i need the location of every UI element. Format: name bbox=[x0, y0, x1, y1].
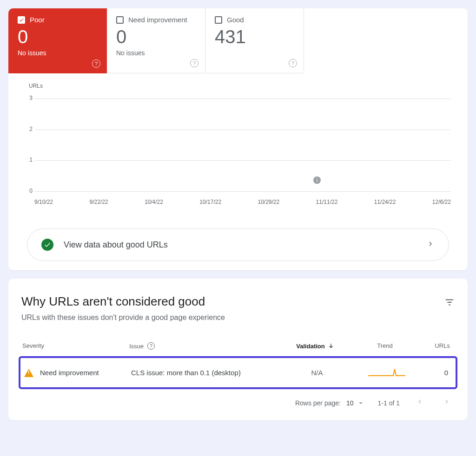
col-trend[interactable]: Trend bbox=[348, 342, 422, 350]
summary-card-poor[interactable]: Poor 0 No issues ? bbox=[8, 8, 107, 73]
x-tick: 9/22/22 bbox=[89, 199, 108, 205]
help-icon[interactable]: ? bbox=[190, 59, 198, 67]
check-circle-icon bbox=[41, 239, 53, 251]
x-tick: 11/24/22 bbox=[374, 199, 396, 205]
col-issue[interactable]: Issue ? bbox=[129, 342, 283, 350]
checkbox-empty-icon bbox=[116, 16, 124, 24]
x-tick: 10/17/22 bbox=[199, 199, 221, 205]
help-icon[interactable]: ? bbox=[289, 59, 297, 67]
summary-sub: No issues bbox=[18, 49, 98, 57]
issues-subtitle: URLs with these issues don't provide a g… bbox=[21, 313, 225, 322]
y-tick: 0 bbox=[20, 188, 33, 194]
status-chart-card: Poor 0 No issues ? Need improvement 0 No… bbox=[8, 8, 468, 270]
y-tick: 2 bbox=[20, 126, 33, 132]
issues-title: Why URLs aren't considered good bbox=[21, 294, 225, 309]
summary-value: 0 bbox=[116, 26, 196, 47]
x-tick: 11/11/22 bbox=[316, 199, 338, 205]
x-tick: 9/10/22 bbox=[34, 199, 53, 205]
highlighted-issue-row: Need improvement CLS issue: more than 0.… bbox=[19, 356, 457, 389]
dropdown-icon bbox=[357, 399, 365, 407]
chart: 3 2 1 0 i 9/10/22 9/22/22 10/4/22 10/17/… bbox=[16, 89, 460, 215]
summary-label: Good bbox=[227, 16, 244, 24]
checkbox-empty-icon bbox=[215, 16, 222, 24]
pager-next[interactable] bbox=[440, 397, 454, 408]
issues-table-head: Severity Issue ? Validation Trend URLs bbox=[8, 322, 468, 356]
summary-row: Poor 0 No issues ? Need improvement 0 No… bbox=[8, 8, 468, 73]
x-ticks: 9/10/22 9/22/22 10/4/22 10/17/22 10/29/2… bbox=[34, 199, 451, 205]
y-tick: 1 bbox=[20, 156, 33, 163]
summary-card-good[interactable]: Good 431 ? bbox=[205, 8, 304, 73]
chart-y-label: URLs bbox=[29, 83, 460, 89]
issue-url-count: 0 bbox=[424, 369, 452, 377]
view-good-urls-label: View data about good URLs bbox=[64, 240, 168, 250]
x-tick: 12/6/22 bbox=[432, 199, 451, 205]
info-marker-icon[interactable]: i bbox=[313, 176, 321, 184]
view-good-urls-button[interactable]: View data about good URLs bbox=[27, 228, 449, 261]
pager-prev[interactable] bbox=[413, 397, 427, 408]
chevron-right-icon bbox=[426, 240, 435, 250]
help-icon[interactable]: ? bbox=[147, 342, 155, 350]
summary-value: 0 bbox=[18, 26, 98, 47]
summary-sub: No issues bbox=[116, 49, 196, 57]
issues-card: Why URLs aren't considered good URLs wit… bbox=[8, 279, 468, 420]
col-validation[interactable]: Validation bbox=[283, 342, 348, 350]
col-severity[interactable]: Severity bbox=[22, 342, 129, 350]
chart-area: URLs 3 2 1 0 i 9/10/22 9/22/22 10/4/22 1… bbox=[8, 73, 468, 215]
warning-icon bbox=[24, 369, 33, 377]
pager-range: 1-1 of 1 bbox=[378, 399, 400, 407]
issue-row[interactable]: Need improvement CLS issue: more than 0.… bbox=[20, 359, 456, 386]
summary-value: 431 bbox=[215, 26, 294, 47]
y-tick: 3 bbox=[20, 95, 33, 101]
arrow-down-icon bbox=[328, 343, 334, 349]
checkbox-checked-icon bbox=[18, 16, 25, 24]
summary-label: Poor bbox=[30, 16, 45, 24]
summary-card-need-improvement[interactable]: Need improvement 0 No issues ? bbox=[107, 8, 205, 73]
filter-icon[interactable] bbox=[444, 294, 455, 309]
issue-text: CLS issue: more than 0.1 (desktop) bbox=[131, 369, 284, 377]
issue-trend bbox=[350, 366, 424, 379]
col-urls[interactable]: URLs bbox=[422, 342, 454, 350]
x-tick: 10/29/22 bbox=[258, 199, 279, 205]
help-icon[interactable]: ? bbox=[92, 59, 100, 68]
rows-per-page-select[interactable]: 10 bbox=[346, 399, 365, 407]
summary-label: Need improvement bbox=[128, 16, 187, 24]
x-tick: 10/4/22 bbox=[145, 199, 163, 205]
issue-validation: N/A bbox=[284, 369, 350, 377]
pager: Rows per page: 10 1-1 of 1 bbox=[8, 389, 468, 408]
issue-severity: Need improvement bbox=[40, 369, 99, 377]
rows-per-page-label: Rows per page: bbox=[295, 399, 341, 407]
